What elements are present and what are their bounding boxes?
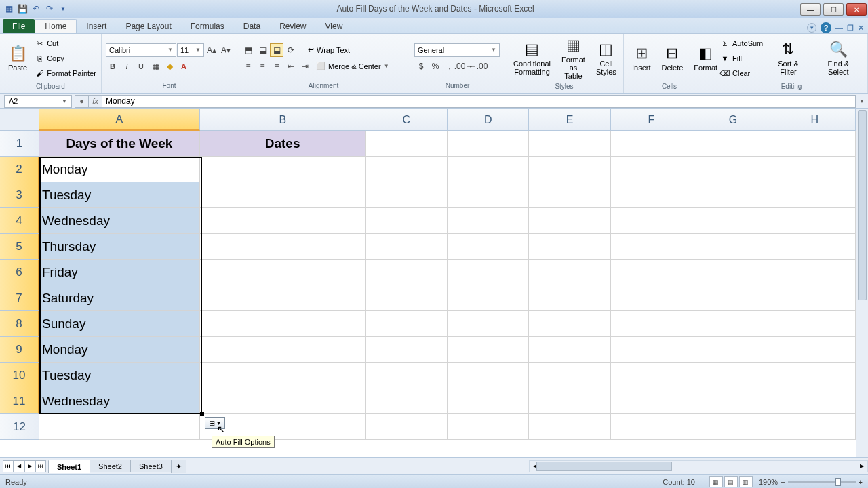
cell-C9[interactable] [366,337,447,363]
cell-G1[interactable] [692,131,774,157]
cell-A2[interactable]: Monday [39,157,200,182]
cell-F1[interactable] [611,131,692,157]
bold-button[interactable]: B [106,60,119,73]
sheet-tab-1[interactable]: Sheet1 [48,460,90,473]
autofill-options-button[interactable]: ⊞▼ [205,417,225,429]
cell-C5[interactable] [366,234,447,260]
cell-B2[interactable] [200,157,366,182]
cell-B1[interactable]: Dates [200,131,366,157]
minimize-button[interactable]: — [800,3,821,16]
row-header-3[interactable]: 3 [0,182,39,208]
cell-C8[interactable] [366,311,447,337]
undo-icon[interactable]: ↶ [30,3,42,15]
cell-F3[interactable] [611,182,692,208]
cell-E10[interactable] [529,363,610,388]
minimize-ribbon-icon[interactable]: ▾ [807,23,816,33]
tab-formulas[interactable]: Formulas [181,19,234,33]
cells-area[interactable]: Days of the WeekDatesMondayTuesdayWednes… [39,131,856,457]
align-left-button[interactable]: ≡ [241,60,255,73]
format-painter-button[interactable]: 🖌Format Painter [34,66,96,80]
spreadsheet-grid[interactable]: ABCDEFGH 123456789101112 Days of the Wee… [0,109,868,457]
cell-F7[interactable] [611,285,692,311]
cell-A6[interactable]: Friday [39,260,200,285]
cell-G3[interactable] [692,182,774,208]
cell-C1[interactable] [366,131,447,157]
align-top-button[interactable]: ⬒ [241,43,255,57]
sort-filter-button[interactable]: ⇅Sort & Filter [766,36,810,81]
cell-G8[interactable] [692,311,774,337]
cell-E8[interactable] [529,311,610,337]
cell-A10[interactable]: Tuesday [39,363,200,388]
cell-G10[interactable] [692,363,774,388]
cell-D3[interactable] [448,182,529,208]
cell-D8[interactable] [448,311,529,337]
orientation-button[interactable]: ⟳ [284,43,298,57]
column-header-D[interactable]: D [448,109,529,131]
column-header-E[interactable]: E [529,109,610,131]
cell-E3[interactable] [529,182,610,208]
number-format-combo[interactable]: General▼ [414,43,500,57]
close-button[interactable]: ✕ [846,3,867,16]
align-middle-button[interactable]: ⬓ [256,43,269,57]
cell-C2[interactable] [366,157,447,182]
row-header-1[interactable]: 1 [0,131,39,157]
cell-H6[interactable] [774,260,856,285]
shrink-font-button[interactable]: A▾ [219,43,233,57]
column-header-C[interactable]: C [366,109,448,131]
workbook-close-icon[interactable]: ✕ [858,24,864,33]
fill-button[interactable]: ▼Fill [719,52,763,65]
cell-H10[interactable] [774,363,856,388]
fill-handle[interactable] [200,412,204,416]
tab-view[interactable]: View [316,19,353,33]
cell-D5[interactable] [448,234,529,260]
zoom-slider[interactable] [788,481,856,483]
font-size-combo[interactable]: 11▼ [177,43,204,57]
row-header-4[interactable]: 4 [0,208,39,234]
scroll-right-icon[interactable]: ▶ [856,461,867,472]
cell-H9[interactable] [774,337,856,363]
cell-G2[interactable] [692,157,774,182]
cell-E2[interactable] [529,157,610,182]
align-right-button[interactable]: ≡ [270,60,283,73]
sheet-tab-3[interactable]: Sheet3 [130,460,172,472]
cell-D12[interactable] [448,414,529,440]
cell-H2[interactable] [774,157,856,182]
cell-A4[interactable]: Wednesday [39,208,200,234]
cell-D6[interactable] [448,260,529,285]
cell-H11[interactable] [774,388,856,414]
cell-H8[interactable] [774,311,856,337]
horizontal-scrollbar[interactable]: ◀ ▶ [529,460,868,472]
cell-B7[interactable] [200,285,366,311]
cell-G12[interactable] [692,414,774,440]
font-name-combo[interactable]: Calibri▼ [106,43,176,57]
select-all-corner[interactable] [0,109,39,131]
zoom-out-button[interactable]: − [781,478,785,486]
paste-button[interactable]: 📋Paste [4,36,31,81]
cancel-formula-icon[interactable]: ● [75,95,88,108]
wrap-text-button[interactable]: ↩Wrap Text [304,43,353,57]
save-icon[interactable]: 💾 [16,3,28,15]
cell-A9[interactable]: Monday [39,337,200,363]
decrease-indent-button[interactable]: ⇤ [284,60,298,73]
cell-C10[interactable] [366,363,447,388]
tab-home[interactable]: Home [35,19,77,33]
increase-indent-button[interactable]: ⇥ [298,60,312,73]
zoom-thumb[interactable] [835,478,841,486]
cell-E7[interactable] [529,285,610,311]
first-sheet-button[interactable]: ⏮ [3,460,14,472]
row-header-7[interactable]: 7 [0,285,39,311]
find-select-button[interactable]: 🔍Find & Select [814,36,863,81]
help-icon[interactable]: ? [821,22,831,33]
column-header-G[interactable]: G [692,109,774,131]
cell-D9[interactable] [448,337,529,363]
workbook-min-icon[interactable]: — [835,24,843,32]
row-header-12[interactable]: 12 [0,414,39,440]
cell-A5[interactable]: Thursday [39,234,200,260]
cell-A7[interactable]: Saturday [39,285,200,311]
column-header-B[interactable]: B [200,109,366,131]
tab-review[interactable]: Review [270,19,315,33]
cell-E4[interactable] [529,208,610,234]
cell-H5[interactable] [774,234,856,260]
cell-E5[interactable] [529,234,610,260]
column-header-H[interactable]: H [774,109,856,131]
